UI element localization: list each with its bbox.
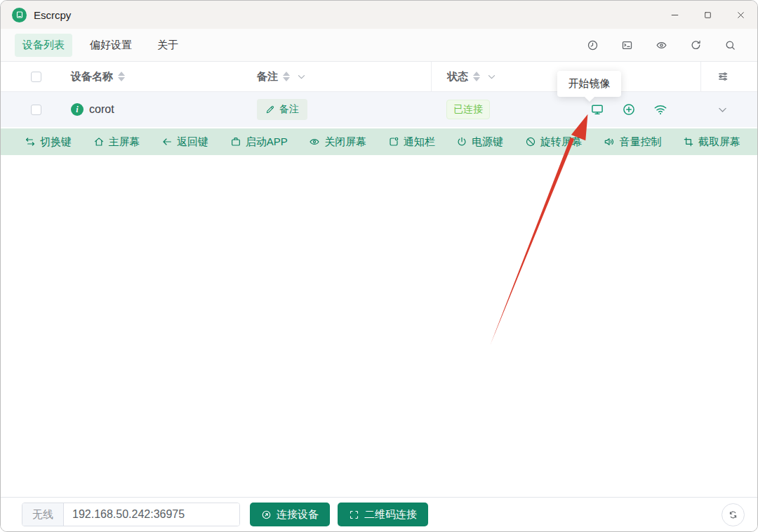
table-header: 设备名称 备注 状态 [1,62,757,92]
minimize-icon [670,11,679,20]
connect-device-button[interactable]: 连接设备 [250,503,330,526]
status-filter-chevron-icon[interactable] [486,72,497,82]
sort-device-name[interactable] [118,72,125,81]
crop-icon [683,136,694,147]
row-checkbox[interactable] [31,105,41,115]
column-settings-icon[interactable] [717,70,729,83]
toolbar-switch-key[interactable]: 切换键 [25,135,72,149]
wireless-address-group: 无线 [22,503,240,526]
toolbar-label: 电源键 [472,135,503,149]
tab-bar: 设备列表 偏好设置 关于 [1,29,757,62]
toolbar-label: 主屏幕 [109,135,140,149]
toolbar-launch-app[interactable]: 启动APP [230,135,288,149]
refresh-button[interactable] [679,33,713,57]
home-icon [93,136,105,147]
toolbar-screenshot[interactable]: 截取屏幕 [683,135,740,149]
history-button[interactable] [576,33,610,57]
toolbar-volume-control[interactable]: 音量控制 [604,135,661,149]
toolbar-label: 关闭屏幕 [324,135,366,149]
sort-desc-icon [473,77,480,81]
header-status-label: 状态 [447,70,468,84]
device-row: i corot 备注 已连接 [1,92,757,127]
edit-note-label: 备注 [279,103,299,116]
notification-icon [388,136,399,147]
header-device-name: 设备名称 [57,62,243,91]
header-status: 状态 [431,62,557,91]
search-icon [724,39,736,51]
app-icon [230,136,241,147]
status-badge: 已连接 [446,100,490,119]
toolbar-rotate-screen[interactable]: 旋转屏幕 [525,135,583,149]
switch-icon [25,136,36,147]
search-button[interactable] [713,33,747,57]
device-note-cell: 备注 [243,92,431,127]
toolbar-items: 切换键 主屏幕 返回键 启动APP 关闭屏幕 通知栏 [1,128,740,155]
wireless-button[interactable] [653,102,667,117]
start-mirror-button[interactable] [590,102,604,117]
edit-note-button[interactable]: 备注 [257,99,307,120]
toolbar-label: 截取屏幕 [698,135,740,149]
device-info-icon[interactable]: i [71,103,84,116]
toolbar-label: 切换键 [40,135,72,149]
select-all-cell [15,62,57,91]
toolbar-label: 旋转屏幕 [540,135,583,149]
select-all-checkbox[interactable] [31,72,41,82]
preview-button[interactable] [644,33,679,57]
toolbar-home-screen[interactable]: 主屏幕 [93,135,140,149]
toolbar-screen-off[interactable]: 关闭屏幕 [309,135,366,149]
sort-desc-icon [283,77,290,81]
screen-off-icon [309,136,320,147]
mirror-monitor-icon [590,102,604,117]
app-window: Escrcpy 设备列表 偏好设置 关于 [0,0,758,532]
sync-button[interactable] [722,503,745,526]
expand-row-button[interactable] [717,104,729,116]
toolbar-label: 通知栏 [404,135,435,149]
tab-preferences[interactable]: 偏好设置 [82,34,140,57]
chevron-down-icon [717,104,729,116]
toolbar-notification-bar[interactable]: 通知栏 [388,135,435,149]
sort-note[interactable] [283,72,290,81]
sort-desc-icon [118,77,125,81]
qr-connect-button[interactable]: 二维码连接 [338,503,428,526]
power-icon [456,136,467,147]
terminal-icon [621,39,633,51]
start-mirror-tooltip: 开始镜像 [557,71,621,97]
pencil-icon [265,105,275,114]
titlebar: Escrcpy [1,1,757,29]
app-logo-icon [12,8,27,22]
link-icon [261,510,272,520]
preview-eye-icon [656,39,667,51]
header-note-label: 备注 [257,70,278,84]
address-input[interactable] [64,503,239,526]
add-action-button[interactable] [622,102,636,117]
refresh-icon [690,39,702,51]
qr-connect-label: 二维码连接 [364,508,417,521]
maximize-button[interactable] [691,1,724,29]
wifi-icon [653,102,667,117]
toolbar-label: 返回键 [177,135,208,149]
wireless-mode-label: 无线 [22,503,64,526]
row-select-cell [15,92,57,127]
tabs: 设备列表 偏好设置 关于 [15,34,186,57]
sort-asc-icon [118,72,125,76]
quick-actions [576,33,747,57]
scan-icon [349,510,359,520]
window-controls [658,1,757,29]
tab-about[interactable]: 关于 [149,34,186,57]
device-actions-cell [559,92,699,127]
terminal-button[interactable] [610,33,644,57]
volume-icon [604,136,615,147]
tooltip-text: 开始镜像 [568,77,611,91]
note-filter-chevron-icon[interactable] [296,72,307,82]
close-button[interactable] [724,1,757,29]
back-arrow-icon [161,136,173,147]
minimize-button[interactable] [658,1,691,29]
header-column-settings [700,62,744,91]
sort-status[interactable] [473,72,480,81]
rotate-screen-icon [525,136,536,147]
toolbar-power-key[interactable]: 电源键 [456,135,503,149]
tab-device-list[interactable]: 设备列表 [15,34,72,57]
toolbar-back-key[interactable]: 返回键 [161,135,208,149]
toolbar-label: 音量控制 [619,135,661,149]
connect-device-label: 连接设备 [277,508,319,521]
